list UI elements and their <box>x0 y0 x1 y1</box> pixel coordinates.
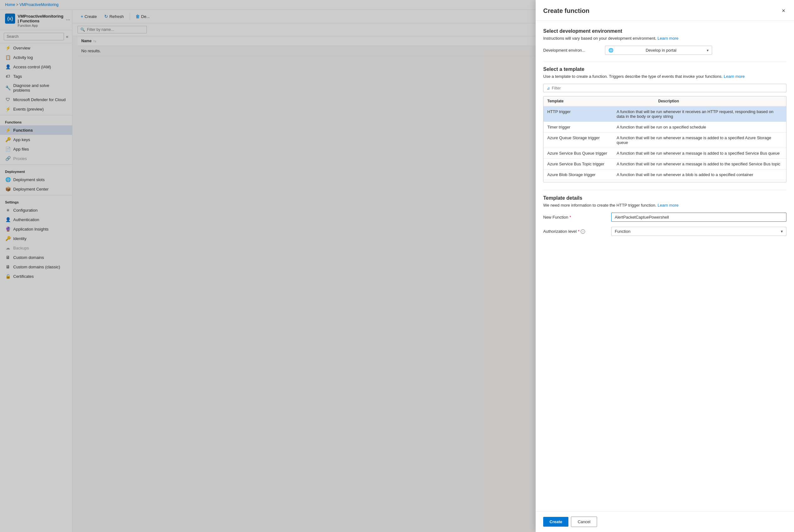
section-divider-1 <box>543 61 787 61</box>
template-row[interactable]: Azure Event Hub triggerA function that w… <box>544 180 786 183</box>
template-name-cell: Azure Service Bus Queue trigger <box>544 148 613 159</box>
details-section-title: Template details <box>543 195 787 201</box>
required-star: * <box>569 215 571 220</box>
template-filter-input[interactable] <box>552 86 783 90</box>
template-row[interactable]: Azure Queue Storage triggerA function th… <box>544 133 786 148</box>
filter-funnel-icon: ⊿ <box>547 86 550 90</box>
dev-env-dropdown[interactable]: 🌐 Develop in portal ▾ <box>605 46 712 55</box>
template-rows-table: HTTP triggerA function that will be run … <box>544 107 786 182</box>
chevron-down-icon: ▾ <box>707 48 708 53</box>
template-section-title: Select a template <box>543 66 787 72</box>
new-function-label: New Function * <box>543 215 606 220</box>
template-name-cell: Azure Service Bus Topic trigger <box>544 159 613 169</box>
auth-level-label: Authorization level * i <box>543 229 606 234</box>
template-desc-cell: A function that will be run whenever an … <box>613 180 786 183</box>
dev-env-learn-more-link[interactable]: Learn more <box>658 36 678 41</box>
details-learn-more-link[interactable]: Learn more <box>658 203 678 208</box>
template-desc-cell: A function that will be run whenever it … <box>613 107 786 122</box>
panel-header: Create function × <box>536 0 794 21</box>
template-section: ⊿ Template Description HTTP triggerA fun… <box>543 84 787 183</box>
template-table: Template Description <box>544 96 786 107</box>
template-row[interactable]: Azure Blob Storage triggerA function tha… <box>544 169 786 180</box>
dev-env-section-title: Select development environment <box>543 28 787 34</box>
dev-env-section-desc: Instructions will vary based on your dev… <box>543 36 787 41</box>
template-name-cell: Azure Blob Storage trigger <box>544 169 613 180</box>
auth-level-value: Function <box>615 229 630 234</box>
auth-required-star: * <box>578 229 580 234</box>
template-row[interactable]: Azure Service Bus Queue triggerA functio… <box>544 148 786 159</box>
template-desc-cell: A function that will be run whenever a m… <box>613 148 786 159</box>
template-col-template: Template <box>544 96 655 106</box>
auth-chevron-down-icon: ▾ <box>781 229 783 234</box>
create-function-panel: Create function × Select development env… <box>536 0 794 532</box>
template-filter-wrap[interactable]: ⊿ <box>543 84 787 92</box>
dev-env-value: Develop in portal <box>646 48 677 53</box>
template-col-description: Description <box>655 96 786 106</box>
template-scroll-area[interactable]: HTTP triggerA function that will be run … <box>544 107 786 182</box>
cancel-button[interactable]: Cancel <box>571 517 597 527</box>
template-desc-cell: A function that will be run whenever a b… <box>613 169 786 180</box>
template-learn-more-link[interactable]: Learn more <box>724 74 744 79</box>
template-desc-cell: A function that will be run on a specifi… <box>613 122 786 133</box>
auth-info-icon: i <box>581 229 585 234</box>
dev-env-form-row: Development environ... 🌐 Develop in port… <box>543 46 787 55</box>
panel-body: Select development environment Instructi… <box>536 21 794 511</box>
details-section-desc: We need more information to create the H… <box>543 203 787 208</box>
template-desc-cell: A function that will be run whenever a m… <box>613 133 786 148</box>
template-container: Template Description HTTP triggerA funct… <box>543 96 787 183</box>
template-row[interactable]: Azure Service Bus Topic triggerA functio… <box>544 159 786 169</box>
auth-level-dropdown[interactable]: Function ▾ <box>611 227 787 236</box>
template-name-cell: Azure Event Hub trigger <box>544 180 613 183</box>
template-name-cell: Azure Queue Storage trigger <box>544 133 613 148</box>
template-name-cell: HTTP trigger <box>544 107 613 122</box>
template-section-desc: Use a template to create a function. Tri… <box>543 74 787 79</box>
dev-env-label: Development environ... <box>543 48 600 53</box>
new-function-row: New Function * <box>543 213 787 222</box>
new-function-input[interactable] <box>611 213 787 222</box>
panel-close-button[interactable]: × <box>780 6 787 15</box>
template-row[interactable]: HTTP triggerA function that will be run … <box>544 107 786 122</box>
template-row[interactable]: Timer triggerA function that will be run… <box>544 122 786 133</box>
section-divider-2 <box>543 190 787 190</box>
panel-footer: Create Cancel <box>536 511 794 532</box>
template-name-cell: Timer trigger <box>544 122 613 133</box>
globe-icon: 🌐 <box>608 48 613 53</box>
create-function-button[interactable]: Create <box>543 517 568 527</box>
template-desc-cell: A function that will be run whenever a m… <box>613 159 786 169</box>
panel-title: Create function <box>543 7 589 15</box>
auth-level-row: Authorization level * i Function ▾ <box>543 227 787 236</box>
